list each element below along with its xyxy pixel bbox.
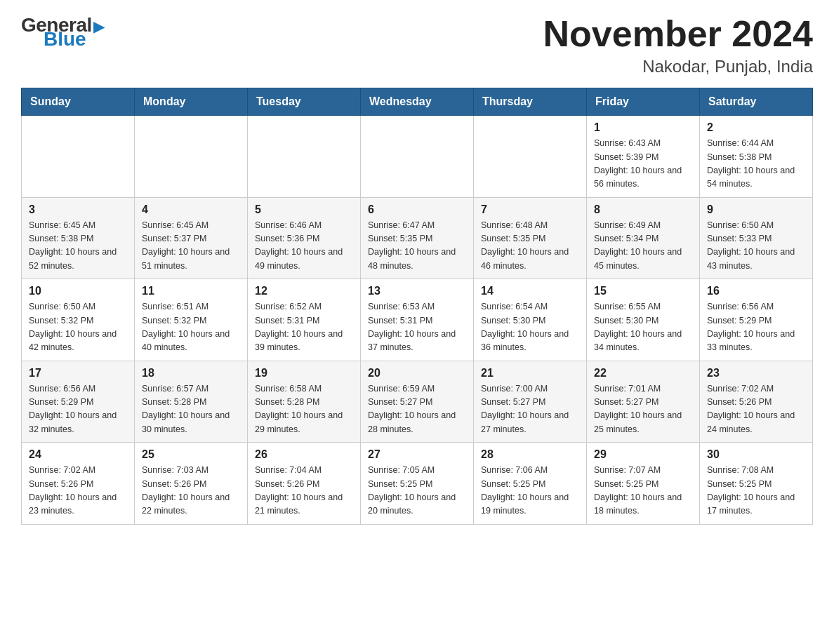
calendar-table: SundayMondayTuesdayWednesdayThursdayFrid… [21,88,813,525]
day-info: Sunrise: 6:48 AMSunset: 5:35 PMDaylight:… [481,219,579,274]
day-info: Sunrise: 7:05 AMSunset: 5:25 PMDaylight:… [368,464,466,518]
day-number: 26 [255,448,353,461]
calendar-header-row: SundayMondayTuesdayWednesdayThursdayFrid… [22,88,813,116]
day-info: Sunrise: 7:03 AMSunset: 5:26 PMDaylight:… [142,464,240,518]
day-info: Sunrise: 6:49 AMSunset: 5:34 PMDaylight:… [594,219,692,274]
day-info: Sunrise: 7:02 AMSunset: 5:26 PMDaylight:… [29,464,127,518]
week-row-3: 10Sunrise: 6:50 AMSunset: 5:32 PMDayligh… [22,279,813,361]
day-number: 16 [707,285,805,297]
day-number: 11 [142,285,240,297]
day-number: 23 [707,367,805,380]
day-info: Sunrise: 6:57 AMSunset: 5:28 PMDaylight:… [142,382,240,437]
day-info: Sunrise: 6:46 AMSunset: 5:36 PMDaylight:… [255,219,353,274]
day-info: Sunrise: 7:07 AMSunset: 5:25 PMDaylight:… [594,464,692,518]
day-info: Sunrise: 6:55 AMSunset: 5:30 PMDaylight:… [594,300,692,355]
calendar-cell: 18Sunrise: 6:57 AMSunset: 5:28 PMDayligh… [135,361,248,443]
calendar-cell: 28Sunrise: 7:06 AMSunset: 5:25 PMDayligh… [474,443,587,525]
day-info: Sunrise: 6:45 AMSunset: 5:37 PMDaylight:… [142,219,240,274]
page-header: General▶ Blue November 2024 Nakodar, Pun… [21,14,813,76]
day-number: 27 [368,448,466,461]
calendar-cell: 15Sunrise: 6:55 AMSunset: 5:30 PMDayligh… [587,279,700,361]
calendar-cell: 9Sunrise: 6:50 AMSunset: 5:33 PMDaylight… [700,197,813,279]
day-number: 12 [255,285,353,297]
weekday-header-wednesday: Wednesday [361,88,474,116]
calendar-subtitle: Nakodar, Punjab, India [543,57,813,76]
day-number: 3 [29,203,127,216]
weekday-header-sunday: Sunday [22,88,135,116]
week-row-4: 17Sunrise: 6:56 AMSunset: 5:29 PMDayligh… [22,361,813,443]
weekday-header-tuesday: Tuesday [248,88,361,116]
calendar-cell: 2Sunrise: 6:44 AMSunset: 5:38 PMDaylight… [700,116,813,198]
calendar-cell: 12Sunrise: 6:52 AMSunset: 5:31 PMDayligh… [248,279,361,361]
day-number: 9 [707,203,805,216]
day-number: 18 [142,367,240,380]
weekday-header-thursday: Thursday [474,88,587,116]
calendar-cell [474,116,587,198]
calendar-cell: 16Sunrise: 6:56 AMSunset: 5:29 PMDayligh… [700,279,813,361]
calendar-cell: 11Sunrise: 6:51 AMSunset: 5:32 PMDayligh… [135,279,248,361]
week-row-2: 3Sunrise: 6:45 AMSunset: 5:38 PMDaylight… [22,197,813,279]
day-info: Sunrise: 6:50 AMSunset: 5:33 PMDaylight:… [707,219,805,274]
day-number: 21 [481,367,579,380]
calendar-cell: 25Sunrise: 7:03 AMSunset: 5:26 PMDayligh… [135,443,248,525]
calendar-cell: 4Sunrise: 6:45 AMSunset: 5:37 PMDaylight… [135,197,248,279]
day-number: 2 [707,121,805,134]
day-number: 4 [142,203,240,216]
week-row-5: 24Sunrise: 7:02 AMSunset: 5:26 PMDayligh… [22,443,813,525]
day-info: Sunrise: 7:02 AMSunset: 5:26 PMDaylight:… [707,382,805,437]
title-block: November 2024 Nakodar, Punjab, India [543,14,813,76]
calendar-cell: 21Sunrise: 7:00 AMSunset: 5:27 PMDayligh… [474,361,587,443]
day-number: 30 [707,448,805,461]
day-number: 19 [255,367,353,380]
calendar-cell [135,116,248,198]
day-number: 22 [594,367,692,380]
day-number: 13 [368,285,466,297]
day-number: 25 [142,448,240,461]
day-number: 8 [594,203,692,216]
weekday-header-monday: Monday [135,88,248,116]
day-info: Sunrise: 7:00 AMSunset: 5:27 PMDaylight:… [481,382,579,437]
day-info: Sunrise: 7:06 AMSunset: 5:25 PMDaylight:… [481,464,579,518]
weekday-header-friday: Friday [587,88,700,116]
day-number: 20 [368,367,466,380]
calendar-cell: 14Sunrise: 6:54 AMSunset: 5:30 PMDayligh… [474,279,587,361]
day-number: 7 [481,203,579,216]
day-info: Sunrise: 7:08 AMSunset: 5:25 PMDaylight:… [707,464,805,518]
day-number: 15 [594,285,692,297]
calendar-cell: 23Sunrise: 7:02 AMSunset: 5:26 PMDayligh… [700,361,813,443]
calendar-cell: 6Sunrise: 6:47 AMSunset: 5:35 PMDaylight… [361,197,474,279]
logo: General▶ Blue [21,14,103,51]
day-info: Sunrise: 6:58 AMSunset: 5:28 PMDaylight:… [255,382,353,437]
day-info: Sunrise: 7:01 AMSunset: 5:27 PMDaylight:… [594,382,692,437]
day-number: 6 [368,203,466,216]
calendar-cell: 24Sunrise: 7:02 AMSunset: 5:26 PMDayligh… [22,443,135,525]
calendar-cell: 1Sunrise: 6:43 AMSunset: 5:39 PMDaylight… [587,116,700,198]
day-info: Sunrise: 6:45 AMSunset: 5:38 PMDaylight:… [29,219,127,274]
calendar-cell: 20Sunrise: 6:59 AMSunset: 5:27 PMDayligh… [361,361,474,443]
day-number: 14 [481,285,579,297]
day-number: 24 [29,448,127,461]
calendar-cell: 30Sunrise: 7:08 AMSunset: 5:25 PMDayligh… [700,443,813,525]
day-info: Sunrise: 6:52 AMSunset: 5:31 PMDaylight:… [255,300,353,355]
day-number: 17 [29,367,127,380]
day-number: 10 [29,285,127,297]
day-info: Sunrise: 6:56 AMSunset: 5:29 PMDaylight:… [29,382,127,437]
day-info: Sunrise: 6:53 AMSunset: 5:31 PMDaylight:… [368,300,466,355]
calendar-cell: 19Sunrise: 6:58 AMSunset: 5:28 PMDayligh… [248,361,361,443]
day-number: 5 [255,203,353,216]
day-info: Sunrise: 6:59 AMSunset: 5:27 PMDaylight:… [368,382,466,437]
calendar-cell: 17Sunrise: 6:56 AMSunset: 5:29 PMDayligh… [22,361,135,443]
calendar-cell [248,116,361,198]
calendar-cell: 26Sunrise: 7:04 AMSunset: 5:26 PMDayligh… [248,443,361,525]
day-info: Sunrise: 6:54 AMSunset: 5:30 PMDaylight:… [481,300,579,355]
weekday-header-saturday: Saturday [700,88,813,116]
day-info: Sunrise: 6:56 AMSunset: 5:29 PMDaylight:… [707,300,805,355]
day-info: Sunrise: 6:51 AMSunset: 5:32 PMDaylight:… [142,300,240,355]
calendar-cell: 3Sunrise: 6:45 AMSunset: 5:38 PMDaylight… [22,197,135,279]
day-number: 28 [481,448,579,461]
calendar-cell: 7Sunrise: 6:48 AMSunset: 5:35 PMDaylight… [474,197,587,279]
calendar-cell: 27Sunrise: 7:05 AMSunset: 5:25 PMDayligh… [361,443,474,525]
logo-blue-text: Blue [44,28,86,51]
calendar-cell: 29Sunrise: 7:07 AMSunset: 5:25 PMDayligh… [587,443,700,525]
calendar-cell [361,116,474,198]
